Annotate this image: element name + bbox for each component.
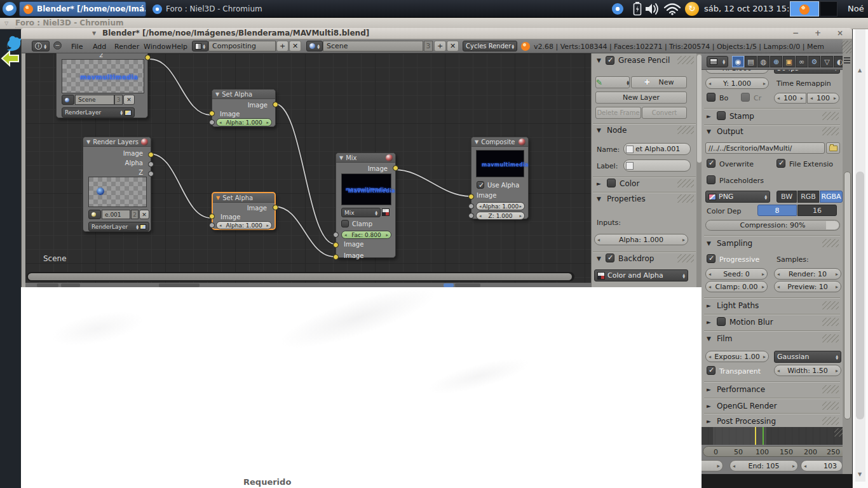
node-scene-count[interactable]: 2 [131,210,139,219]
scrollbar-thumb[interactable] [697,55,702,163]
crop-checkbox[interactable] [741,93,750,102]
image-output-socket[interactable] [393,165,398,171]
panel-collapse-icon[interactable]: ▼ [707,128,711,135]
tab-constraints-icon[interactable]: ∞ [796,56,808,67]
maximize-button[interactable]: + [815,29,821,37]
panel-grip[interactable] [677,56,694,64]
use-alpha-checkbox[interactable] [477,181,484,189]
add-layout-button[interactable]: + [276,41,288,51]
fac-slider[interactable]: ◂Fac: 0.800▸ [341,231,391,239]
alpha-input-slider[interactable]: ◂Alpha: 1.000▸ [594,234,688,245]
tab-render-layers-icon[interactable]: ▤ [745,56,757,67]
tab-material-icon[interactable]: ◐ [834,56,843,67]
taskbar-window-blender[interactable]: Blender* [/home/noe/Imá... [19,1,146,17]
preview-samples-slider[interactable]: ◂Preview: 10▸ [774,281,841,292]
output-path-field[interactable]: //../../Escritorio/MavMulti/ [705,142,825,154]
menu-help[interactable]: Help [172,43,187,51]
panel-collapse-icon[interactable]: ► [707,386,711,393]
blender-titlebar[interactable]: ▼ Blender* [/home/noe/Imágenes/Blenderam… [21,28,852,39]
h-scrollbar-thumb[interactable] [28,273,572,280]
scene-icon-button[interactable]: ▲▼ [306,41,323,51]
panel-grip[interactable] [677,126,694,134]
scene-icon-button[interactable] [88,210,101,219]
image1-input-socket[interactable] [333,242,339,248]
render-engine-select[interactable]: Cycles Render▲▼ [463,41,517,51]
current-frame-field[interactable]: ◂103 [801,460,843,471]
panel-grip[interactable] [822,417,839,425]
panel-collapse-icon[interactable]: ► [707,113,711,119]
depth-8-toggle[interactable]: 8 [757,205,797,216]
delete-scene-button[interactable]: ✕ [447,41,459,51]
panel-grip[interactable] [822,318,839,326]
set-alpha-node-2[interactable]: ▼Set Alpha Image Image ◂Alpha: 1.000▸ [212,192,276,230]
editor-type-button[interactable]: ▲▼ [707,56,728,67]
image-input-socket[interactable] [209,111,215,116]
clamp-checkbox[interactable] [341,220,349,227]
panel-collapse-icon[interactable]: ► [597,180,601,187]
node-label-field[interactable] [623,159,691,172]
menu-file[interactable]: File [71,43,83,51]
wifi-icon[interactable] [663,3,681,15]
timeline-ruler-scrollbar[interactable]: 0 50 100 150 200 250 [703,446,850,457]
tab-object-icon[interactable]: ▣ [783,56,795,67]
rgb-toggle[interactable]: RGB [797,191,819,203]
motion-blur-checkbox[interactable] [717,317,726,326]
backdrop-checkbox[interactable] [606,254,614,262]
image-node[interactable]: 2 mavmultimedia Scene 3 ✕ RenderLayer▲▼ [56,53,148,118]
menu-window[interactable]: Window [144,43,171,51]
new-layer-button[interactable]: New Layer [595,92,687,104]
node-name-field[interactable]: et Alpha.001 [623,143,691,155]
image2-input-socket[interactable] [333,254,339,260]
screen-layout-field[interactable]: Compositing [208,41,276,51]
render-samples-slider[interactable]: ◂Render: 10▸ [774,268,841,280]
alpha-value-slider[interactable]: ◂Alpha: 1.000▸ [476,202,525,210]
image-output-socket[interactable] [148,152,154,158]
shade-triangle-icon[interactable]: ▼ [92,30,96,36]
scroll-up-arrow-icon[interactable]: ▲ [858,67,862,73]
timeline-track[interactable] [702,427,852,445]
remap-new-stepper[interactable]: ◂100▸ [807,93,839,104]
tab-scene-icon[interactable]: ◍ [757,56,770,67]
node-scene-field[interactable]: Scene [75,95,114,105]
remap-old-stepper[interactable]: ◂100▸ [774,93,806,104]
scene-field[interactable]: Scene [323,41,423,51]
color-checkbox[interactable] [607,179,616,187]
collapse-triangle-icon[interactable]: ▼ [339,155,343,161]
clamp-slider[interactable]: ◂Clamp: 0.00▸ [705,281,768,292]
delete-frame-button[interactable]: Delete Frame [595,107,641,119]
panel-collapse-icon[interactable]: ▼ [597,57,601,64]
updates-icon[interactable]: ↻ [685,2,699,16]
exposure-slider[interactable]: ◂Exposu: 1.00▸ [705,351,769,362]
panel-grip[interactable] [822,334,839,342]
scrollbar-thumb[interactable] [844,172,851,419]
scroll-down-arrow-icon[interactable]: ▼ [858,471,862,477]
back-arrow-icon[interactable] [1,50,20,67]
menu-add[interactable]: Add [93,43,106,51]
image-input-socket[interactable] [209,214,215,219]
editor-type-button[interactable]: i ▲▼ [32,41,50,51]
blend-mode-select[interactable]: Mix▲▼ [341,208,381,217]
composite-node[interactable]: ▼Composite mavmultimedia Use Alpha Image… [471,137,529,219]
panel-grip[interactable] [822,301,839,309]
keyframe-line[interactable] [755,427,756,445]
fac-input-socket[interactable] [333,232,339,238]
bw-toggle[interactable]: BW [776,191,797,203]
grease-pencil-checkbox[interactable] [606,56,614,65]
grease-new-button[interactable]: ✚New [631,76,687,88]
panel-grip[interactable] [822,127,839,135]
render-layer-select[interactable]: RenderLayer▲▼ [88,222,149,231]
collapse-triangle-icon[interactable]: ▼ [475,139,478,145]
volume-icon[interactable] [644,3,661,15]
panel-collapse-icon[interactable]: ► [707,403,711,409]
panel-collapse-icon[interactable]: ► [707,319,711,325]
scrollbar-thumb[interactable] [856,172,864,419]
filter-type-select[interactable]: Gaussian▲▼ [774,351,841,363]
delete-layout-button[interactable]: ✕ [289,41,301,51]
collapse-triangle-icon[interactable]: ▼ [216,195,220,201]
panel-collapse-icon[interactable]: ▼ [597,196,601,202]
battery-icon[interactable] [633,2,642,16]
panel-collapse-icon[interactable]: ► [707,418,711,424]
panel-collapse-icon[interactable]: ▼ [597,255,601,262]
color-checker-icon[interactable] [382,208,390,216]
mix-node[interactable]: ▼Mix Image mavmultimediamavmultimedia Mi… [336,152,396,258]
